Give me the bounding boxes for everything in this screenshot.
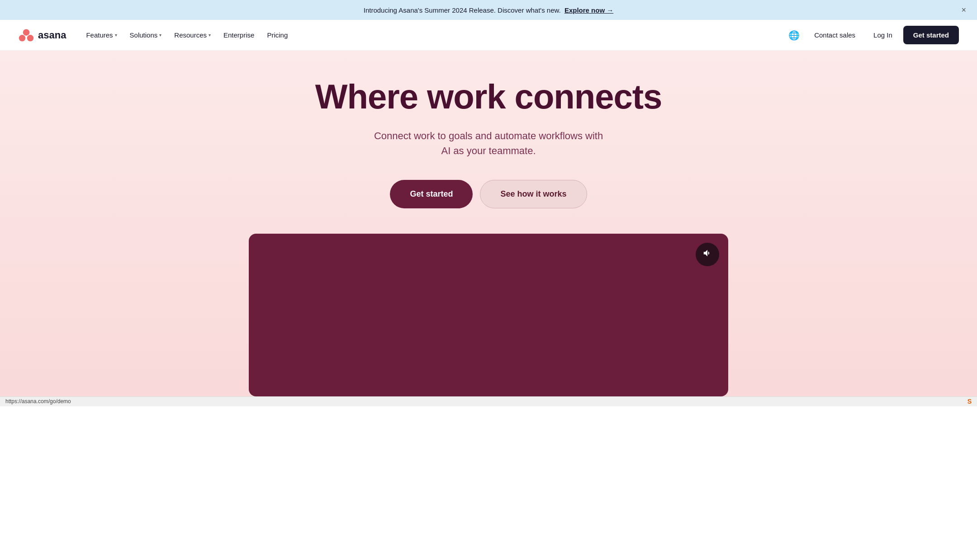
nav-right: 🌐 Contact sales Log In Get started xyxy=(785,26,959,44)
svg-point-1 xyxy=(19,35,25,41)
logo[interactable]: asana xyxy=(18,27,66,43)
hero-see-how-button[interactable]: See how it works xyxy=(480,180,587,208)
nav-enterprise[interactable]: Enterprise xyxy=(218,28,260,42)
svg-point-2 xyxy=(27,35,33,41)
contact-sales-button[interactable]: Contact sales xyxy=(807,28,863,42)
nav-pricing[interactable]: Pricing xyxy=(261,28,293,42)
nav-solutions[interactable]: Solutions ▾ xyxy=(124,28,167,42)
video-container xyxy=(249,234,728,396)
login-button[interactable]: Log In xyxy=(866,28,900,42)
nav-resources[interactable]: Resources ▾ xyxy=(169,28,216,42)
nav-links: Features ▾ Solutions ▾ Resources ▾ Enter… xyxy=(81,28,293,42)
browser-extension-icon: S xyxy=(968,398,972,405)
get-started-nav-button[interactable]: Get started xyxy=(903,26,959,44)
logo-text: asana xyxy=(38,29,66,41)
announcement-text: Introducing Asana's Summer 2024 Release.… xyxy=(364,6,613,14)
solutions-chevron-icon: ▾ xyxy=(159,33,161,38)
asana-logo-icon xyxy=(18,27,34,43)
status-bar: https://asana.com/go/demo S xyxy=(0,396,977,406)
hero-title: Where work connects xyxy=(9,78,968,116)
status-url: https://asana.com/go/demo xyxy=(5,398,71,405)
hero-subtitle: Connect work to goals and automate workf… xyxy=(371,128,606,158)
nav-features[interactable]: Features ▾ xyxy=(81,28,122,42)
navbar: asana Features ▾ Solutions ▾ Resources ▾… xyxy=(0,20,977,51)
svg-point-0 xyxy=(23,29,29,35)
hero-get-started-button[interactable]: Get started xyxy=(390,180,473,208)
announcement-message: Introducing Asana's Summer 2024 Release.… xyxy=(364,6,561,14)
hero-buttons: Get started See how it works xyxy=(9,180,968,208)
announcement-close-button[interactable]: × xyxy=(959,4,968,16)
nav-left: asana Features ▾ Solutions ▾ Resources ▾… xyxy=(18,27,293,43)
hero-section: Where work connects Connect work to goal… xyxy=(0,51,977,396)
announcement-link[interactable]: Explore now → xyxy=(564,6,613,14)
features-chevron-icon: ▾ xyxy=(115,33,117,38)
mute-button[interactable] xyxy=(696,243,719,266)
language-selector-button[interactable]: 🌐 xyxy=(785,26,803,44)
mute-icon xyxy=(702,248,712,260)
announcement-banner: Introducing Asana's Summer 2024 Release.… xyxy=(0,0,977,20)
resources-chevron-icon: ▾ xyxy=(209,33,211,38)
globe-icon: 🌐 xyxy=(788,30,800,41)
